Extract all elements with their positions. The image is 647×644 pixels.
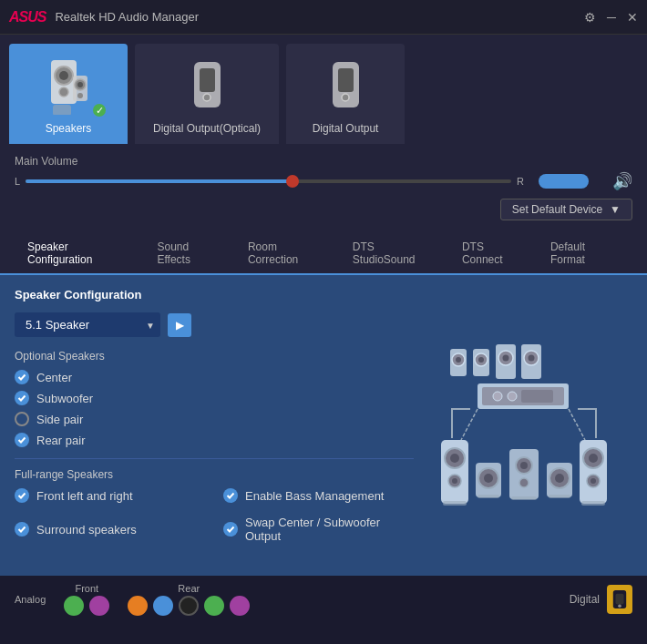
svg-point-50 — [519, 478, 529, 487]
rear-circles — [128, 596, 250, 616]
default-device-label: Set Default Device — [512, 203, 602, 216]
tab-default-format[interactable]: Default Format — [538, 233, 632, 275]
vol-slider-wrap — [26, 179, 511, 183]
minimize-icon[interactable]: ─ — [607, 10, 616, 25]
titlebar: ASUS Realtek HD Audio Manager ⚙ ─ ✕ — [0, 0, 647, 35]
default-device-select[interactable]: Set Default Device ▼ — [500, 199, 632, 220]
digital-out-icon — [318, 53, 373, 117]
side-pair-checkbox[interactable] — [15, 412, 29, 426]
vol-r-label: R — [517, 176, 524, 187]
surround-checkbox[interactable] — [15, 522, 29, 537]
panel-title: Speaker Configuration — [15, 288, 632, 302]
checkbox-front-lr[interactable]: Front left and right — [15, 488, 205, 503]
svg-point-37 — [450, 454, 459, 463]
fullrange-label: Full-range Speakers — [15, 468, 414, 481]
digital-icon-box[interactable] — [607, 585, 632, 614]
vol-l-label: L — [15, 176, 20, 187]
device-tab-digital[interactable]: Digital Output — [286, 44, 405, 144]
optional-label: Optional Speakers — [15, 350, 414, 363]
speaker-icon-img — [41, 53, 96, 117]
bass-mgmt-checkbox[interactable] — [223, 488, 238, 503]
center-label: Center — [36, 371, 72, 384]
volume-slider-track[interactable] — [26, 179, 511, 183]
tab-room-correction[interactable]: Room Correction — [235, 233, 340, 275]
volume-label: Main Volume — [15, 155, 632, 168]
svg-rect-51 — [511, 496, 537, 500]
svg-point-30 — [508, 392, 517, 401]
rear-group: Rear — [128, 583, 250, 616]
rear-pair-checkbox[interactable] — [15, 433, 29, 447]
checkbox-swap-center[interactable]: Swap Center / Subwoofer Output — [223, 516, 414, 543]
config-body: 5.1 Speaker 2 Channel 4 Channel 7.1 Spea… — [15, 312, 632, 549]
svg-rect-40 — [443, 501, 467, 506]
tab-dts-connect[interactable]: DTS Connect — [449, 233, 538, 275]
speaker-type-select[interactable]: 5.1 Speaker 2 Channel 4 Channel 7.1 Spea… — [15, 312, 160, 337]
checkbox-surround[interactable]: Surround speakers — [15, 516, 205, 543]
dropdown-arrow-icon: ▼ — [610, 203, 621, 216]
svg-rect-55 — [478, 495, 499, 498]
tabs-row: Speaker Configuration Sound Effects Room… — [0, 233, 647, 275]
rear-circle-purple2[interactable] — [230, 596, 250, 616]
device-tabs: ✓ Speakers Digital Output(Optical) Digit… — [0, 35, 647, 144]
volume-slider2[interactable] — [539, 174, 589, 189]
svg-point-2 — [59, 71, 68, 80]
swap-center-checkbox[interactable] — [223, 522, 238, 537]
checkbox-bass-mgmt[interactable]: Enable Bass Management — [223, 488, 414, 503]
tab-sound-effects[interactable]: Sound Effects — [144, 233, 234, 275]
divider — [15, 458, 414, 459]
checkbox-side-pair[interactable]: Side pair — [15, 412, 414, 426]
close-icon[interactable]: ✕ — [627, 10, 638, 25]
front-circle-purple[interactable] — [89, 596, 109, 616]
swap-center-label: Swap Center / Subwoofer Output — [245, 516, 414, 543]
digital-label: Digital — [570, 593, 600, 606]
checkbox-center[interactable]: Center — [15, 370, 414, 384]
svg-point-39 — [452, 478, 457, 484]
svg-point-14 — [342, 94, 349, 101]
default-device-row: Set Default Device ▼ — [15, 199, 632, 220]
svg-point-23 — [503, 355, 509, 362]
svg-point-45 — [591, 478, 596, 484]
rear-circle-black[interactable] — [179, 596, 199, 616]
play-test-button[interactable]: ▶ — [168, 313, 191, 337]
device-tab-optical[interactable]: Digital Output(Optical) — [135, 44, 279, 144]
subwoofer-checkbox[interactable] — [15, 391, 29, 405]
svg-point-3 — [59, 87, 68, 97]
svg-point-26 — [529, 355, 535, 362]
svg-point-58 — [555, 474, 564, 483]
svg-point-54 — [484, 474, 493, 483]
subwoofer-label: Subwoofer — [36, 392, 93, 405]
bottom-bar: Analog Front Rear Digital — [0, 576, 647, 623]
svg-line-33 — [569, 409, 585, 440]
center-checkbox[interactable] — [15, 370, 29, 384]
optical-tab-label: Digital Output(Optical) — [153, 122, 261, 135]
checkbox-rear-pair[interactable]: Rear pair — [15, 433, 414, 447]
window-controls: ⚙ ─ ✕ — [584, 10, 638, 25]
front-group: Front — [64, 583, 109, 616]
svg-rect-46 — [581, 501, 605, 506]
settings-icon[interactable]: ⚙ — [584, 10, 596, 25]
front-lr-label: Front left and right — [36, 489, 133, 503]
tab-dts-studio[interactable]: DTS StudioSound — [340, 233, 449, 275]
device-tab-speakers[interactable]: ✓ Speakers — [9, 44, 128, 144]
checkbox-subwoofer[interactable]: Subwoofer — [15, 391, 414, 405]
rear-label: Rear — [178, 583, 200, 594]
surround-label: Surround speakers — [36, 523, 137, 537]
rear-circle-orange[interactable] — [128, 596, 148, 616]
svg-point-29 — [493, 392, 502, 401]
digital-tab-label: Digital Output — [313, 122, 379, 135]
svg-point-49 — [520, 462, 528, 469]
rear-circle-green2[interactable] — [204, 596, 224, 616]
tab-speaker-config[interactable]: Speaker Configuration — [15, 233, 144, 275]
active-badge: ✓ — [91, 102, 108, 118]
rear-circle-blue[interactable] — [153, 596, 173, 616]
speaker-config-panel: Speaker Configuration 5.1 Speaker 2 Chan… — [0, 275, 647, 576]
front-circle-green[interactable] — [64, 596, 84, 616]
analog-label: Analog — [15, 594, 46, 605]
volume-section: Main Volume L R 🔊 — [15, 155, 632, 191]
svg-rect-8 — [53, 105, 71, 115]
svg-point-7 — [77, 93, 83, 98]
front-lr-checkbox[interactable] — [15, 488, 29, 503]
svg-point-11 — [203, 94, 211, 101]
speaker-diagram — [414, 312, 632, 549]
front-label: Front — [75, 583, 98, 594]
